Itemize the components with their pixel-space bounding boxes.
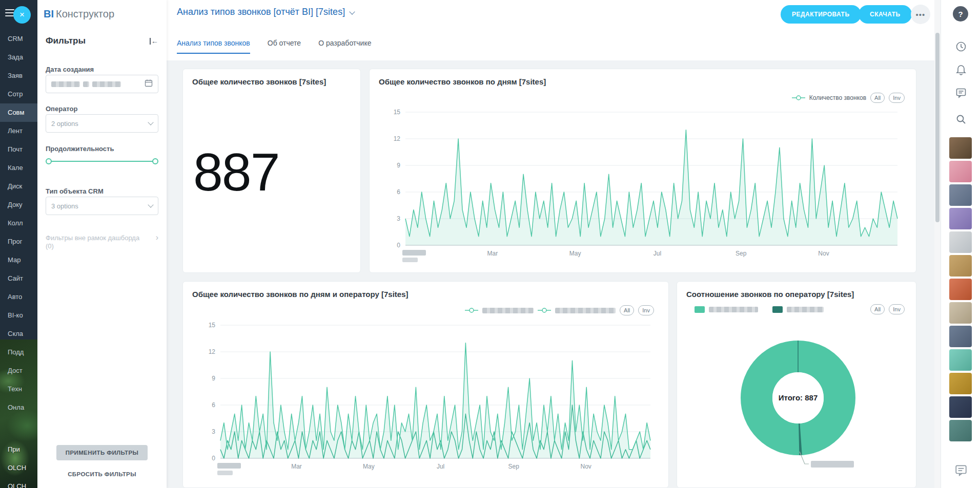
scrollbar-thumb[interactable] <box>935 33 940 222</box>
outside-dashboard-filters[interactable]: Фильтры вне рамок дашборда › (0) <box>46 233 158 250</box>
thumbnail-image[interactable] <box>949 137 972 159</box>
svg-text:Итого: 887: Итого: 887 <box>779 393 818 402</box>
svg-text:Nov: Nov <box>818 250 829 257</box>
svg-text:9: 9 <box>397 162 400 169</box>
tab-active[interactable]: Анализ типов звонков <box>177 39 250 54</box>
calendar-icon[interactable] <box>145 79 153 89</box>
left-nav-item[interactable]: Заяв <box>0 67 37 85</box>
svg-text:12: 12 <box>394 135 401 142</box>
thumbnail-image[interactable] <box>949 302 972 324</box>
redacted-date-to <box>92 81 121 87</box>
report-header: Анализ типов звонков [отчёт BI] [7sites]… <box>167 0 934 60</box>
date-filter-label: Дата создания <box>46 66 94 73</box>
left-nav-item[interactable]: Кале <box>0 159 37 177</box>
tab-inactive[interactable]: Об отчете <box>268 39 301 54</box>
svg-text:Sep: Sep <box>736 250 747 257</box>
svg-text:9: 9 <box>212 375 215 382</box>
thumbnail-image[interactable] <box>949 161 972 182</box>
left-nav-item[interactable]: Авто <box>0 288 37 306</box>
thumbnail-image[interactable] <box>949 373 972 394</box>
help-icon[interactable]: ? <box>953 6 968 22</box>
left-nav-item[interactable]: Доку <box>0 196 37 214</box>
left-nav-item[interactable]: Лент <box>0 122 37 140</box>
vertical-scrollbar[interactable] <box>934 0 941 488</box>
more-options-button[interactable]: ••• <box>911 5 930 24</box>
left-nav-item[interactable]: CRM <box>0 30 37 48</box>
chevron-down-icon <box>148 119 153 125</box>
left-nav-item[interactable]: При <box>0 440 37 459</box>
svg-text:Jul: Jul <box>654 250 661 257</box>
chat-messages-icon[interactable] <box>954 86 968 99</box>
crm-type-select[interactable]: 3 options <box>46 197 158 215</box>
left-nav-item[interactable]: Техн <box>0 380 37 398</box>
search-icon[interactable] <box>954 113 968 126</box>
svg-text:Mar: Mar <box>487 250 498 257</box>
right-icon-rail: ? <box>941 0 980 488</box>
svg-text:3: 3 <box>397 215 400 222</box>
left-nav-item[interactable]: Зада <box>0 48 37 67</box>
thumbnail-image[interactable] <box>949 396 972 418</box>
left-nav-bottom-items: ПриOLCHOLCH <box>0 440 37 488</box>
support-chat-icon[interactable] <box>954 463 968 477</box>
clock-icon[interactable] <box>954 40 968 53</box>
left-nav-item[interactable]: Совм <box>0 103 37 122</box>
thumbnail-image[interactable] <box>949 255 972 277</box>
left-nav-item[interactable]: OLCH <box>0 477 37 488</box>
left-nav-item[interactable]: Скла <box>0 325 37 343</box>
left-nav-item[interactable]: Сотр <box>0 85 37 103</box>
operator-select-value: 2 options <box>51 120 146 128</box>
svg-text:Mar: Mar <box>291 463 302 470</box>
chevron-down-icon <box>349 9 355 14</box>
thumbnail-image[interactable] <box>949 326 972 347</box>
duration-range-slider[interactable] <box>46 158 158 165</box>
thumbnail-image[interactable] <box>949 420 972 441</box>
notifications-bell-icon[interactable] <box>954 62 968 76</box>
edit-button[interactable]: РЕДАКТИРОВАТЬ <box>781 5 861 24</box>
download-button[interactable]: СКАЧАТЬ <box>859 5 912 24</box>
left-nav-item[interactable]: OLCH <box>0 459 37 477</box>
thumbnail-image[interactable] <box>949 208 972 229</box>
svg-text:0: 0 <box>212 455 215 462</box>
left-nav-item[interactable]: Почт <box>0 140 37 159</box>
calls-by-operator-day-chart[interactable]: 03691215MarMayJulSepNov <box>183 282 669 488</box>
left-nav-item[interactable]: Дост <box>0 362 37 380</box>
redacted-date-from <box>51 81 80 87</box>
left-nav-item[interactable]: Онла <box>0 398 37 417</box>
svg-text:6: 6 <box>212 401 215 409</box>
crm-type-select-value: 3 options <box>51 202 146 210</box>
svg-text:Jul: Jul <box>437 463 444 470</box>
thumbnail-image[interactable] <box>949 184 972 206</box>
app-window: CRMЗадаЗаявСотрСовмЛентПочтКалеДискДокуК… <box>0 0 980 488</box>
left-nav-item[interactable]: Прог <box>0 232 37 251</box>
left-nav-item[interactable]: Колл <box>0 214 37 232</box>
collapse-panel-icon[interactable]: ← <box>150 38 158 45</box>
thumbnail-image[interactable] <box>949 279 972 300</box>
date-range-input[interactable] <box>46 75 158 93</box>
filters-title: Фильтры <box>46 36 86 46</box>
logo-bi: BI <box>44 8 54 19</box>
reset-filters-button[interactable]: СБРОСИТЬ ФИЛЬТРЫ <box>37 471 167 477</box>
left-nav-item[interactable]: Подд <box>0 343 37 362</box>
left-nav-item[interactable]: Мар <box>0 251 37 269</box>
svg-text:15: 15 <box>394 109 401 116</box>
close-panel-button[interactable]: × <box>13 6 31 24</box>
slider-handle-min[interactable] <box>46 158 52 164</box>
thumbnail-image[interactable] <box>949 231 972 253</box>
tab-inactive[interactable]: О разработчике <box>318 39 371 54</box>
operator-select[interactable]: 2 options <box>46 114 158 133</box>
slider-handle-max[interactable] <box>152 158 158 164</box>
apply-filters-button[interactable]: ПРИМЕНИТЬ ФИЛЬТРЫ <box>56 445 148 460</box>
thumbnail-image[interactable] <box>949 349 972 371</box>
calls-by-day-card: Общее количество звонков по дням [7sites… <box>369 69 916 273</box>
left-nav-item[interactable]: BI-ко <box>0 306 37 325</box>
calls-by-day-chart[interactable]: 03691215MarMayJulSepNov <box>370 69 917 273</box>
report-title[interactable]: Анализ типов звонков [отчёт BI] [7sites] <box>177 7 354 17</box>
bi-constructor-logo: BIКонструктор <box>44 8 114 20</box>
left-nav-item[interactable]: Диск <box>0 177 37 196</box>
calls-ratio-donut-chart[interactable]: Итого: 887 <box>677 282 917 488</box>
svg-text:0: 0 <box>397 242 400 249</box>
main-content: Анализ типов звонков [отчёт BI] [7sites]… <box>167 0 934 488</box>
card-title: Общее количество звонков [7sites] <box>192 77 326 86</box>
svg-text:12: 12 <box>209 348 216 355</box>
left-nav-item[interactable]: Сайт <box>0 269 37 288</box>
